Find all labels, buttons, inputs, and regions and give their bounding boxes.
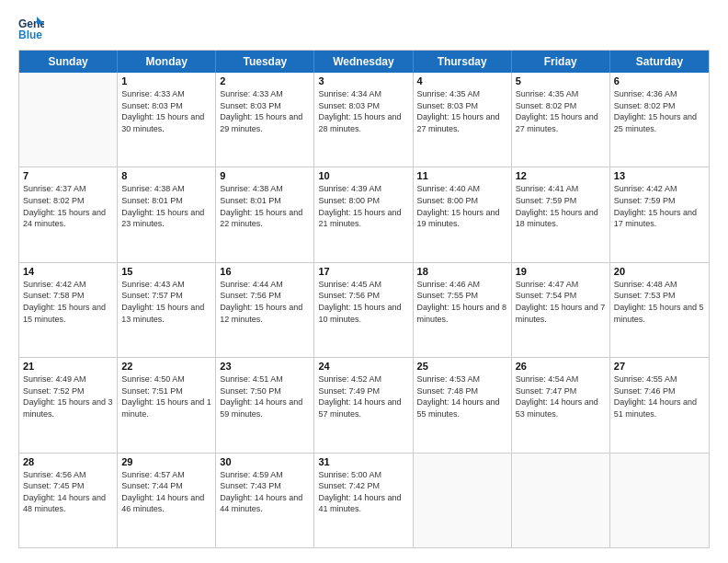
cell-info: Sunrise: 4:33 AMSunset: 8:03 PMDaylight:… [220, 88, 310, 134]
day-number: 16 [220, 266, 310, 277]
header-day-tuesday: Tuesday [216, 51, 314, 73]
cell-info: Sunrise: 4:42 AMSunset: 7:59 PMDaylight:… [614, 183, 705, 229]
calendar-cell: 9 Sunrise: 4:38 AMSunset: 8:01 PMDayligh… [216, 167, 314, 261]
calendar-cell: 13 Sunrise: 4:42 AMSunset: 7:59 PMDaylig… [610, 167, 709, 261]
day-number: 5 [516, 75, 606, 86]
header-day-saturday: Saturday [610, 51, 709, 73]
logo-icon: General Blue [18, 15, 44, 40]
day-number: 3 [318, 75, 408, 86]
calendar-cell: 30 Sunrise: 4:59 AMSunset: 7:43 PMDaylig… [216, 454, 314, 547]
cell-info: Sunrise: 4:41 AMSunset: 7:59 PMDaylight:… [516, 183, 606, 229]
calendar-cell: 7 Sunrise: 4:37 AMSunset: 8:02 PMDayligh… [19, 167, 118, 261]
day-number: 25 [417, 361, 507, 372]
day-number: 2 [220, 75, 310, 86]
cell-info: Sunrise: 4:42 AMSunset: 7:58 PMDaylight:… [23, 279, 113, 325]
calendar-cell [414, 454, 512, 547]
header-day-monday: Monday [118, 51, 216, 73]
cell-info: Sunrise: 4:59 AMSunset: 7:43 PMDaylight:… [220, 469, 310, 515]
cell-info: Sunrise: 4:37 AMSunset: 8:02 PMDaylight:… [23, 183, 113, 229]
header: General Blue [18, 15, 710, 40]
day-number: 4 [417, 75, 507, 86]
day-number: 22 [121, 361, 211, 372]
calendar-cell: 18 Sunrise: 4:46 AMSunset: 7:55 PMDaylig… [414, 263, 512, 357]
cell-info: Sunrise: 4:33 AMSunset: 8:03 PMDaylight:… [121, 88, 211, 134]
cell-info: Sunrise: 4:46 AMSunset: 7:55 PMDaylight:… [417, 279, 507, 325]
calendar-cell: 20 Sunrise: 4:48 AMSunset: 7:53 PMDaylig… [610, 263, 709, 357]
cell-info: Sunrise: 4:49 AMSunset: 7:52 PMDaylight:… [23, 373, 113, 419]
header-day-thursday: Thursday [414, 51, 512, 73]
cell-info: Sunrise: 4:56 AMSunset: 7:45 PMDaylight:… [23, 469, 113, 515]
calendar-header: SundayMondayTuesdayWednesdayThursdayFrid… [19, 51, 709, 73]
calendar-cell: 21 Sunrise: 4:49 AMSunset: 7:52 PMDaylig… [19, 358, 118, 452]
cell-info: Sunrise: 4:34 AMSunset: 8:03 PMDaylight:… [318, 88, 408, 134]
header-day-sunday: Sunday [19, 51, 118, 73]
cell-info: Sunrise: 5:00 AMSunset: 7:42 PMDaylight:… [318, 469, 408, 515]
day-number: 8 [121, 170, 211, 181]
cell-info: Sunrise: 4:43 AMSunset: 7:57 PMDaylight:… [121, 279, 211, 325]
calendar-cell: 2 Sunrise: 4:33 AMSunset: 8:03 PMDayligh… [216, 73, 314, 167]
cell-info: Sunrise: 4:55 AMSunset: 7:46 PMDaylight:… [614, 373, 705, 419]
calendar-cell: 1 Sunrise: 4:33 AMSunset: 8:03 PMDayligh… [118, 73, 216, 167]
day-number: 30 [220, 456, 310, 467]
svg-text:Blue: Blue [18, 29, 42, 40]
cell-info: Sunrise: 4:50 AMSunset: 7:51 PMDaylight:… [121, 373, 211, 419]
day-number: 24 [318, 361, 408, 372]
cell-info: Sunrise: 4:38 AMSunset: 8:01 PMDaylight:… [220, 183, 310, 229]
day-number: 26 [516, 361, 606, 372]
calendar-row-4: 28 Sunrise: 4:56 AMSunset: 7:45 PMDaylig… [19, 453, 709, 547]
calendar-cell: 28 Sunrise: 4:56 AMSunset: 7:45 PMDaylig… [19, 454, 118, 547]
cell-info: Sunrise: 4:48 AMSunset: 7:53 PMDaylight:… [614, 279, 705, 325]
day-number: 17 [318, 266, 408, 277]
calendar-cell [610, 454, 709, 547]
cell-info: Sunrise: 4:54 AMSunset: 7:47 PMDaylight:… [516, 373, 606, 419]
calendar-cell: 5 Sunrise: 4:35 AMSunset: 8:02 PMDayligh… [512, 73, 610, 167]
cell-info: Sunrise: 4:35 AMSunset: 8:02 PMDaylight:… [516, 88, 606, 134]
calendar-cell: 22 Sunrise: 4:50 AMSunset: 7:51 PMDaylig… [118, 358, 216, 452]
calendar-cell: 10 Sunrise: 4:39 AMSunset: 8:00 PMDaylig… [314, 167, 413, 261]
calendar-body: 1 Sunrise: 4:33 AMSunset: 8:03 PMDayligh… [19, 73, 709, 547]
cell-info: Sunrise: 4:52 AMSunset: 7:49 PMDaylight:… [318, 373, 408, 419]
logo: General Blue [18, 15, 48, 40]
day-number: 29 [121, 456, 211, 467]
day-number: 11 [417, 170, 507, 181]
day-number: 20 [614, 266, 705, 277]
calendar-cell: 4 Sunrise: 4:35 AMSunset: 8:03 PMDayligh… [414, 73, 512, 167]
calendar-cell: 8 Sunrise: 4:38 AMSunset: 8:01 PMDayligh… [118, 167, 216, 261]
calendar-cell [19, 73, 118, 167]
calendar-cell: 12 Sunrise: 4:41 AMSunset: 7:59 PMDaylig… [512, 167, 610, 261]
header-day-wednesday: Wednesday [314, 51, 413, 73]
cell-info: Sunrise: 4:36 AMSunset: 8:02 PMDaylight:… [614, 88, 705, 134]
calendar-cell: 3 Sunrise: 4:34 AMSunset: 8:03 PMDayligh… [314, 73, 413, 167]
day-number: 18 [417, 266, 507, 277]
cell-info: Sunrise: 4:39 AMSunset: 8:00 PMDaylight:… [318, 183, 408, 229]
day-number: 7 [23, 170, 113, 181]
calendar-row-0: 1 Sunrise: 4:33 AMSunset: 8:03 PMDayligh… [19, 73, 709, 167]
cell-info: Sunrise: 4:53 AMSunset: 7:48 PMDaylight:… [417, 373, 507, 419]
calendar-cell: 31 Sunrise: 5:00 AMSunset: 7:42 PMDaylig… [314, 454, 413, 547]
day-number: 23 [220, 361, 310, 372]
calendar-cell: 27 Sunrise: 4:55 AMSunset: 7:46 PMDaylig… [610, 358, 709, 452]
calendar-cell: 15 Sunrise: 4:43 AMSunset: 7:57 PMDaylig… [118, 263, 216, 357]
calendar-cell: 16 Sunrise: 4:44 AMSunset: 7:56 PMDaylig… [216, 263, 314, 357]
header-day-friday: Friday [512, 51, 610, 73]
calendar: SundayMondayTuesdayWednesdayThursdayFrid… [18, 50, 710, 548]
day-number: 15 [121, 266, 211, 277]
calendar-row-3: 21 Sunrise: 4:49 AMSunset: 7:52 PMDaylig… [19, 357, 709, 452]
day-number: 21 [23, 361, 113, 372]
day-number: 31 [318, 456, 408, 467]
cell-info: Sunrise: 4:40 AMSunset: 8:00 PMDaylight:… [417, 183, 507, 229]
calendar-cell: 11 Sunrise: 4:40 AMSunset: 8:00 PMDaylig… [414, 167, 512, 261]
calendar-cell: 29 Sunrise: 4:57 AMSunset: 7:44 PMDaylig… [118, 454, 216, 547]
day-number: 9 [220, 170, 310, 181]
day-number: 13 [614, 170, 705, 181]
day-number: 12 [516, 170, 606, 181]
cell-info: Sunrise: 4:47 AMSunset: 7:54 PMDaylight:… [516, 279, 606, 325]
day-number: 1 [121, 75, 211, 86]
calendar-cell: 26 Sunrise: 4:54 AMSunset: 7:47 PMDaylig… [512, 358, 610, 452]
calendar-cell: 6 Sunrise: 4:36 AMSunset: 8:02 PMDayligh… [610, 73, 709, 167]
page: General Blue SundayMondayTuesdayWednesda… [0, 0, 728, 563]
calendar-cell: 14 Sunrise: 4:42 AMSunset: 7:58 PMDaylig… [19, 263, 118, 357]
day-number: 27 [614, 361, 705, 372]
calendar-cell: 19 Sunrise: 4:47 AMSunset: 7:54 PMDaylig… [512, 263, 610, 357]
day-number: 10 [318, 170, 408, 181]
